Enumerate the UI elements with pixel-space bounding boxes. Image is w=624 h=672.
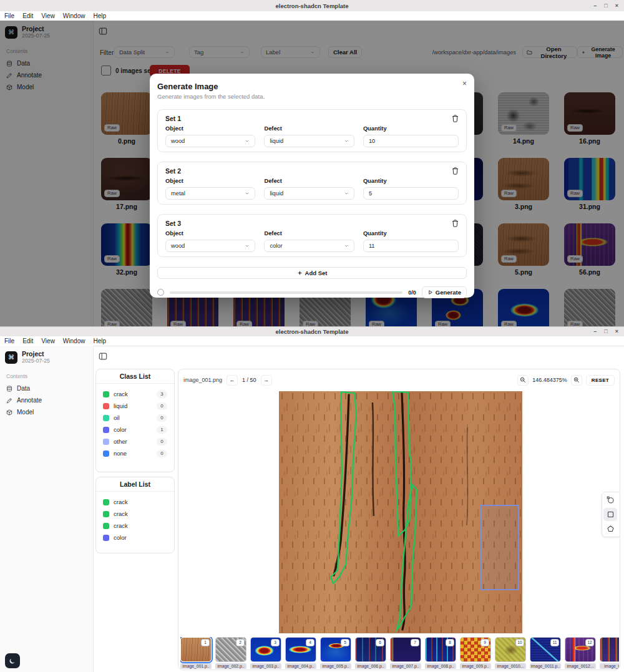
menu-item[interactable]: View <box>41 12 55 19</box>
defect-select[interactable]: liquid <box>264 135 354 147</box>
menu-item[interactable]: Edit <box>22 338 33 344</box>
quantity-label: Quantity <box>363 125 459 132</box>
thumbnail-item[interactable]: 12 image_0012... <box>565 637 596 670</box>
thumbnail-item[interactable]: 5 image_005.p.. <box>320 637 351 670</box>
modal-title: Generate Image <box>157 82 467 91</box>
ellipse-tool-icon <box>607 496 615 504</box>
object-select[interactable]: wood <box>165 240 255 252</box>
quantity-input[interactable]: 10 <box>363 135 459 147</box>
maximize-button[interactable]: □ <box>604 3 607 9</box>
modal-subtitle: Generate images from the selected data. <box>157 93 467 100</box>
class-row[interactable]: other 0 <box>96 436 174 447</box>
thumbnail-label: image_004.p.. <box>285 663 316 669</box>
thumbnail-item[interactable]: 2 image_002.p.. <box>215 637 246 670</box>
menu-item[interactable]: File <box>4 12 14 19</box>
quantity-input[interactable]: 5 <box>363 187 459 200</box>
class-row[interactable]: color 1 <box>96 424 174 436</box>
thumbnail-number: 2 <box>236 639 245 646</box>
zoom-out-button[interactable] <box>517 375 529 386</box>
minimize-button[interactable]: – <box>593 3 597 9</box>
thumbnail-item[interactable]: 7 image_007.p.. <box>390 637 421 670</box>
close-button[interactable]: × <box>615 329 618 334</box>
menu-item[interactable]: Help <box>93 12 106 19</box>
chevron-down-icon <box>344 191 349 196</box>
prev-image-button[interactable]: ← <box>227 375 238 386</box>
class-row[interactable]: crack 3 <box>96 388 174 400</box>
label-row[interactable]: crack <box>96 496 174 508</box>
delete-set-button[interactable] <box>452 115 459 122</box>
chevron-down-icon <box>245 191 250 196</box>
rectangle-tool-button[interactable] <box>603 508 617 521</box>
sidebar-item-label: Annotate <box>17 397 42 404</box>
polygon-tool-button[interactable] <box>603 522 617 535</box>
theme-toggle-button[interactable] <box>5 653 20 668</box>
label-list: crack crack crack color <box>96 492 174 543</box>
delete-set-button[interactable] <box>452 167 459 175</box>
object-select[interactable]: metal <box>165 187 255 200</box>
label-row[interactable]: crack <box>96 508 174 520</box>
thumbnail-item[interactable]: 8 image_008.p.. <box>425 637 456 670</box>
thumbnail-label: image_006.p.. <box>355 663 386 669</box>
sidebar-item-annotate[interactable]: Annotate <box>0 394 93 406</box>
object-select[interactable]: wood <box>165 135 255 147</box>
modal-close-button[interactable]: × <box>462 79 467 88</box>
thumbnail-item[interactable]: 13 image_00... <box>600 637 619 670</box>
thumbnail-item[interactable]: 1 image_001.p.. <box>180 637 212 670</box>
maximize-button[interactable]: □ <box>604 329 607 334</box>
project-date: 2025-07-25 <box>22 358 50 364</box>
defect-select[interactable]: liquid <box>264 187 354 200</box>
delete-set-button[interactable] <box>452 220 459 227</box>
project-header[interactable]: ⌘ Project 2025-07-25 <box>0 346 93 366</box>
defect-value: liquid <box>270 190 283 197</box>
thumbnail-item[interactable]: 3 image_003.p.. <box>250 637 281 670</box>
sidebar-toggle-button[interactable] <box>98 351 108 361</box>
class-row[interactable]: none 0 <box>96 447 174 459</box>
thumbnail-item[interactable]: 10 image_0010... <box>495 637 526 670</box>
close-button[interactable]: × <box>615 3 618 9</box>
annotation-canvas[interactable] <box>179 389 619 635</box>
thumbnail-item[interactable]: 4 image_004.p.. <box>285 637 316 670</box>
label-color-swatch <box>103 523 109 529</box>
class-row[interactable]: oil 0 <box>96 412 174 424</box>
label-row[interactable]: crack <box>96 520 174 532</box>
zoom-in-button[interactable] <box>571 375 582 386</box>
menu-item[interactable]: View <box>41 338 55 344</box>
menubar: FileEditViewWindowHelp <box>0 11 624 21</box>
menu-item[interactable]: Window <box>63 338 85 344</box>
thumbnail-item[interactable]: 6 image_006.p.. <box>355 637 386 670</box>
plus-icon <box>297 270 303 276</box>
ellipse-tool-button[interactable] <box>603 494 617 507</box>
class-name: liquid <box>114 402 127 409</box>
quantity-value: 10 <box>369 138 375 144</box>
class-color-swatch <box>103 427 109 433</box>
thumbnail-item[interactable]: 9 image_009.p.. <box>460 637 491 670</box>
class-color-swatch <box>103 450 109 457</box>
menu-item[interactable]: Help <box>93 338 106 344</box>
class-name: none <box>114 450 127 457</box>
annotated-image[interactable] <box>279 391 522 633</box>
thumbnail-label: image_0012... <box>565 663 596 669</box>
sidebar-item-data[interactable]: Data <box>0 382 93 394</box>
zoom-in-icon <box>573 377 580 383</box>
zoom-out-icon <box>520 377 526 383</box>
next-image-button[interactable]: → <box>261 375 272 386</box>
sidebar-item-model[interactable]: Model <box>0 406 93 418</box>
menu-item[interactable]: Window <box>63 12 85 19</box>
object-value: wood <box>171 243 185 249</box>
annotation-rect-color[interactable] <box>481 505 519 590</box>
reset-zoom-button[interactable]: RESET <box>586 375 615 386</box>
menu-item[interactable]: File <box>4 338 14 344</box>
pencil-icon <box>6 397 12 404</box>
minimize-button[interactable]: – <box>593 329 597 334</box>
quantity-input[interactable]: 11 <box>363 240 459 252</box>
add-set-button[interactable]: Add Set <box>157 267 467 279</box>
menubar: FileEditViewWindowHelp <box>0 336 624 346</box>
class-row[interactable]: liquid 0 <box>96 400 174 412</box>
menu-item[interactable]: Edit <box>22 12 33 19</box>
generate-button[interactable]: Generate <box>422 286 467 298</box>
label-row[interactable]: color <box>96 532 174 543</box>
quantity-value: 5 <box>369 190 372 197</box>
window-title: electron-shadcn Template <box>275 328 348 335</box>
thumbnail-item[interactable]: 11 image_0011.p.. <box>530 637 561 670</box>
defect-select[interactable]: color <box>264 240 354 252</box>
